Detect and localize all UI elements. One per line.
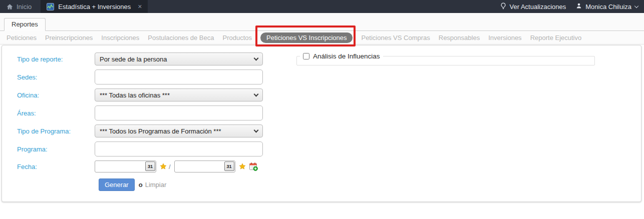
subtab-productos[interactable]: Productos: [223, 34, 252, 42]
fecha-to-field: 31: [174, 160, 235, 172]
subtab-inscripciones[interactable]: Inscripciones: [101, 34, 139, 42]
subtab-responsables[interactable]: Responsables: [439, 34, 480, 42]
areas-input[interactable]: [95, 106, 263, 120]
subtab-row: PeticionesPreinscripcionesInscripcionesP…: [0, 31, 644, 44]
report-form-panel: Tipo de reporte: Por sede de la persona …: [2, 45, 641, 202]
clear-link[interactable]: Limpiar: [145, 181, 167, 188]
chevron-down-icon: [634, 4, 638, 8]
tipo-de-reporte-label: Tipo de reporte:: [17, 56, 95, 63]
close-icon[interactable]: ×: [138, 3, 142, 10]
tipo-de-programa-selected-value: *** Todos los Programas de Formación ***: [100, 128, 221, 135]
analysis-fieldset: Análisis de Influencias: [296, 52, 595, 66]
chevron-down-icon: [254, 128, 259, 132]
user-icon: [576, 2, 582, 10]
sedes-label: Sedes:: [17, 74, 95, 81]
subtab-peticiones-vs-compras[interactable]: Peticiones VS Compras: [361, 34, 430, 42]
analysis-influencias-label: Análisis de Influencias: [313, 52, 380, 60]
tipo-de-reporte-selected-value: Por sede de la persona: [100, 56, 167, 63]
main-tab-strip: Reportes: [0, 13, 644, 31]
analysis-influencias-checkbox[interactable]: [303, 53, 309, 60]
fecha-from-field: 31: [95, 160, 156, 172]
top-navigation-bar: Inicio Estadística + Inversiones × Ver A…: [0, 0, 644, 13]
home-nav-item[interactable]: Inicio: [0, 0, 41, 13]
date-separator: /: [169, 163, 171, 170]
subtab-inversiones[interactable]: Inversiones: [488, 34, 521, 42]
open-window-tab[interactable]: Estadística + Inversiones ×: [41, 0, 148, 13]
programa-input[interactable]: [95, 142, 263, 156]
generate-button[interactable]: Generar: [99, 178, 135, 191]
subtab-peticiones[interactable]: Peticiones: [7, 34, 37, 42]
oficina-label: Oficina:: [17, 92, 95, 99]
date-picker-button[interactable]: 31: [145, 162, 155, 171]
fecha-label: Fecha:: [17, 163, 95, 170]
tipo-de-programa-label: Tipo de Programa:: [17, 128, 95, 135]
tab-title: Estadística + Inversiones: [58, 3, 131, 10]
view-updates-label: Ver Actualizaciones: [510, 3, 566, 10]
required-star-icon: [239, 163, 246, 170]
chevron-down-icon: [254, 56, 259, 60]
subtab-preinscripciones[interactable]: Preinscripciones: [45, 34, 93, 42]
report-filter-form: Tipo de reporte: Por sede de la persona …: [17, 52, 263, 191]
oficina-selected-value: *** Todas las oficinas ***: [100, 92, 170, 99]
tipo-de-programa-select[interactable]: *** Todos los Programas de Formación ***: [95, 124, 263, 138]
home-icon: [7, 4, 13, 10]
statistics-app-icon: [47, 3, 54, 10]
date-picker-button[interactable]: 31: [224, 162, 234, 171]
topbar-right-group: Ver Actualizaciones Monica Chiluiza: [500, 0, 644, 13]
subtab-peticiones-vs-inscripciones[interactable]: Peticiones VS Inscripciones: [260, 32, 353, 43]
areas-label: Áreas:: [17, 110, 95, 117]
tipo-de-reporte-select[interactable]: Por sede de la persona: [95, 52, 263, 66]
active-subtab-wrapper: Peticiones VS Inscripciones: [260, 32, 353, 43]
oficina-select[interactable]: *** Todas las oficinas ***: [95, 88, 263, 102]
required-star-icon: [160, 163, 167, 170]
subtab-reporte-ejecutivo[interactable]: Reporte Ejecutivo: [530, 34, 582, 42]
chevron-down-icon: [254, 92, 259, 96]
programa-label: Programa:: [17, 146, 95, 153]
view-updates-button[interactable]: Ver Actualizaciones: [500, 2, 566, 11]
lightbulb-icon: [500, 2, 506, 11]
subtab-postulaciones-de-beca[interactable]: Postulaciones de Beca: [148, 34, 214, 42]
user-menu[interactable]: Monica Chiluiza: [576, 2, 638, 10]
user-name: Monica Chiluiza: [585, 3, 631, 10]
tab-reportes[interactable]: Reportes: [4, 18, 46, 31]
home-label: Inicio: [17, 3, 32, 10]
or-text: o: [139, 181, 143, 188]
sedes-input[interactable]: [95, 70, 263, 84]
calendar-add-icon[interactable]: [249, 162, 258, 171]
